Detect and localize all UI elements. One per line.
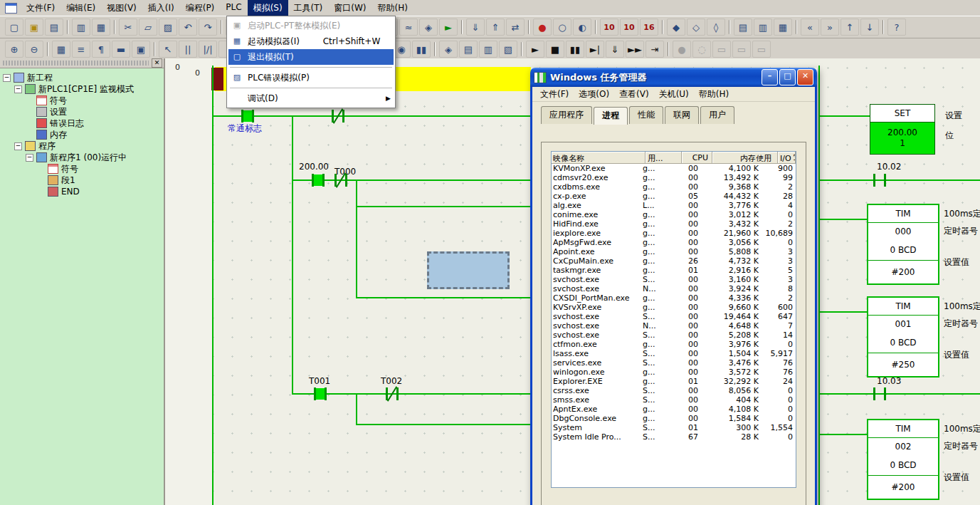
menu-item[interactable]: ▦ 起动模拟器(I) Ctrl+Shift+W [228, 33, 394, 49]
document-window-icon[interactable] [5, 3, 17, 14]
copy-icon[interactable]: ▱ [139, 19, 157, 36]
differential-monitor-icon[interactable]: ◐ [573, 19, 591, 36]
process-row[interactable]: iexplore.exe g... 00 21,960 K 10,689 [552, 229, 796, 238]
process-row[interactable]: lsass.exe S... 00 1,504 K 5,917 [552, 349, 796, 358]
page-setup-icon[interactable]: ▥ [72, 19, 90, 36]
sim-step-in-icon[interactable]: ⇓ [606, 41, 624, 58]
contact-t001[interactable] [314, 387, 327, 400]
menu-title[interactable]: 选项(O) [574, 87, 614, 102]
process-row[interactable]: cdmsvr20.exe g... 00 13,492 K 99 [552, 173, 796, 182]
force-on-icon[interactable]: ● [533, 19, 552, 36]
io-comment-icon[interactable]: ▥ [479, 41, 497, 58]
column-header[interactable]: I/O 写入 [778, 152, 796, 164]
minimize-button[interactable]: – [762, 69, 778, 85]
column-header[interactable]: CPU [682, 152, 712, 164]
process-row[interactable]: HidFind.exe g... 00 3,432 K 2 [552, 219, 796, 229]
menu-item[interactable]: ▨ PLC错误模拟(P) [228, 70, 394, 85]
tree-expander-icon[interactable]: − [3, 74, 11, 82]
process-row[interactable]: svchost.exe N... 00 4,648 K 7 [552, 321, 796, 330]
menu-title[interactable]: 工具(T) [288, 0, 329, 16]
menu-title[interactable]: 帮助(H) [694, 87, 734, 102]
window-tile-vertical-icon[interactable]: ▦ [774, 19, 792, 36]
tree-item[interactable]: 段1 [0, 175, 164, 186]
column-header[interactable]: 内存使用 [712, 152, 778, 164]
tree-item[interactable]: 错误日志 [0, 118, 164, 129]
tree-item[interactable]: 符号 [0, 163, 164, 175]
process-row[interactable]: svchost.exe S... 00 3,160 K 3 [552, 275, 796, 284]
tree-item[interactable]: − 新PLC1[CP1E] 监视模式 [0, 83, 164, 95]
tree-item[interactable]: END [0, 186, 164, 197]
column-header[interactable]: 映像名称 [552, 152, 646, 164]
window-tile-horizontal-icon[interactable]: ▥ [754, 19, 772, 36]
menu-title[interactable]: 关机(U) [654, 87, 694, 102]
contact-10-03[interactable] [873, 387, 886, 400]
output-window-icon[interactable]: ▤ [459, 41, 478, 58]
menu-title[interactable]: 模拟(S) [248, 0, 288, 16]
maximize-button[interactable]: □ [779, 69, 796, 85]
tim-block-001[interactable]: TIM 001 0 BCD #250 [867, 296, 939, 378]
contact-10-02[interactable] [873, 174, 886, 187]
tim-block-002[interactable]: TIM 002 0 BCD #200 [867, 419, 939, 500]
clear-breakpoints-icon[interactable]: ◌ [692, 41, 711, 58]
contact-open-icon[interactable]: || [179, 41, 197, 58]
print-icon[interactable]: ▦ [92, 19, 110, 36]
open-file-icon[interactable]: ▣ [25, 19, 43, 36]
process-row[interactable]: KVMonXP.exe g... 00 4,100 K 900 [552, 164, 796, 173]
menu-item[interactable]: ▢ 退出模拟(T) [228, 49, 394, 65]
menu-title[interactable]: 文件(F) [535, 87, 574, 102]
zoom-level-10-icon[interactable]: 10 [600, 19, 618, 36]
process-row[interactable]: Apoint.exe g... 00 5,808 K 3 [552, 247, 796, 256]
show-symbol-bar-icon[interactable]: ▬ [112, 41, 130, 58]
menu-title[interactable]: 编辑(E) [60, 0, 101, 16]
tim-block-000[interactable]: TIM 000 0 BCD #200 [867, 204, 939, 285]
tree-item[interactable]: 符号 [0, 95, 164, 106]
pause-monitor-icon[interactable]: ▮▮ [412, 41, 431, 58]
data-trace-icon[interactable]: ▭ [752, 41, 771, 58]
save-icon[interactable]: ▤ [45, 19, 63, 36]
selection-box[interactable] [427, 251, 510, 289]
show-rung-annotations-icon[interactable]: ¶ [92, 41, 110, 58]
contact-p-on[interactable] [241, 110, 254, 123]
set-instruction-block[interactable]: SET 200.00 1 [870, 104, 935, 155]
tree-expander-icon[interactable]: − [14, 142, 22, 150]
process-row[interactable]: services.exe S... 00 3,476 K 76 [552, 358, 796, 368]
sim-run-icon[interactable]: ► [526, 41, 544, 58]
undo-icon[interactable]: ↶ [179, 19, 197, 36]
process-row[interactable]: svchost.exe N... 00 3,924 K 8 [552, 284, 796, 293]
contact-200-00[interactable] [312, 174, 325, 187]
process-row[interactable]: ApntEx.exe g... 00 4,108 K 0 [552, 405, 796, 414]
tree-expander-icon[interactable]: − [26, 154, 33, 162]
grid-toggle-icon[interactable]: ▦ [52, 41, 70, 58]
menu-title[interactable]: 编程(P) [180, 0, 221, 16]
menu-title[interactable]: 文件(F) [21, 0, 60, 16]
sim-run-to-cursor-icon[interactable]: ⇥ [646, 41, 664, 58]
tree-item[interactable]: 内存 [0, 129, 164, 140]
run-mode-icon[interactable]: ► [439, 19, 458, 36]
trace-icon[interactable]: ▭ [732, 41, 751, 58]
tree-item[interactable]: − 新工程 [0, 72, 164, 83]
process-row[interactable]: DbgConsole.exe g... 00 1,584 K 0 [552, 414, 796, 423]
select-tool-icon[interactable]: ↖ [159, 41, 177, 58]
menu-title[interactable]: 窗口(W) [328, 0, 372, 16]
process-row[interactable]: winlogon.exe g... 00 3,572 K 76 [552, 368, 796, 377]
process-row[interactable]: CXSDI_PortMan.exe g... 00 4,336 K 2 [552, 293, 796, 303]
window-cascade-icon[interactable]: ▤ [734, 19, 752, 36]
force-off-icon[interactable]: ○ [553, 19, 571, 36]
sim-pause-icon[interactable]: ▮▮ [566, 41, 584, 58]
process-row[interactable]: svchost.exe S... 00 5,208 K 14 [552, 330, 796, 340]
panel-grip[interactable] [3, 61, 149, 66]
sim-stop-icon[interactable]: ■ [546, 41, 564, 58]
upload-from-plc-icon[interactable]: ⇑ [486, 19, 505, 36]
address-reference-icon[interactable]: ◊ [707, 19, 725, 36]
watch-window-icon[interactable]: ◆ [667, 19, 685, 36]
column-header[interactable]: 用... [646, 152, 682, 164]
tab[interactable]: 进程 [594, 107, 628, 125]
cut-icon[interactable]: ✂ [119, 19, 137, 36]
cross-reference-icon[interactable]: ◇ [687, 19, 705, 36]
indent-right-icon[interactable]: » [821, 19, 839, 36]
menu-title[interactable]: 视图(V) [101, 0, 142, 16]
tab[interactable]: 应用程序 [541, 106, 592, 124]
debug-window-icon[interactable]: ▭ [712, 41, 731, 58]
process-row[interactable]: cx-p.exe g... 05 44,432 K 28 [552, 192, 796, 201]
new-file-icon[interactable]: ▢ [5, 19, 23, 36]
